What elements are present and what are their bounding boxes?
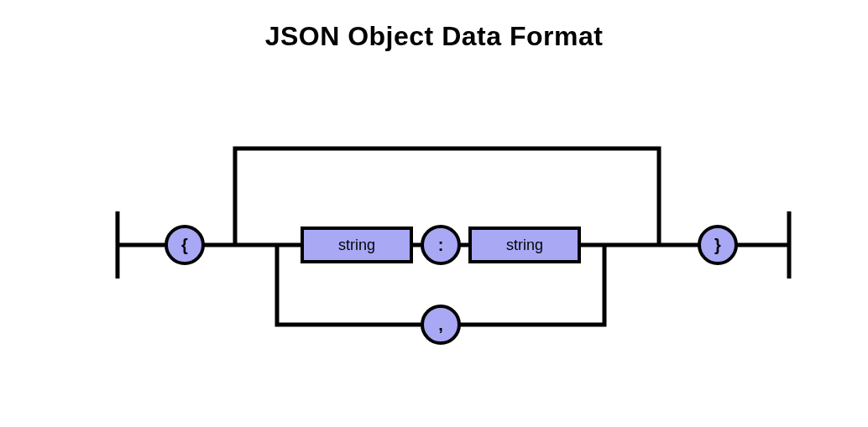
colon-label: :	[438, 236, 444, 254]
value-label: string	[506, 237, 543, 253]
close-brace-label: }	[714, 236, 721, 254]
diagram-title: JSON Object Data Format	[0, 21, 868, 52]
comma-label: ,	[438, 315, 443, 334]
key-label: string	[338, 237, 375, 253]
open-brace-label: {	[181, 236, 188, 254]
railroad-diagram: { } string : string ,	[0, 52, 868, 404]
